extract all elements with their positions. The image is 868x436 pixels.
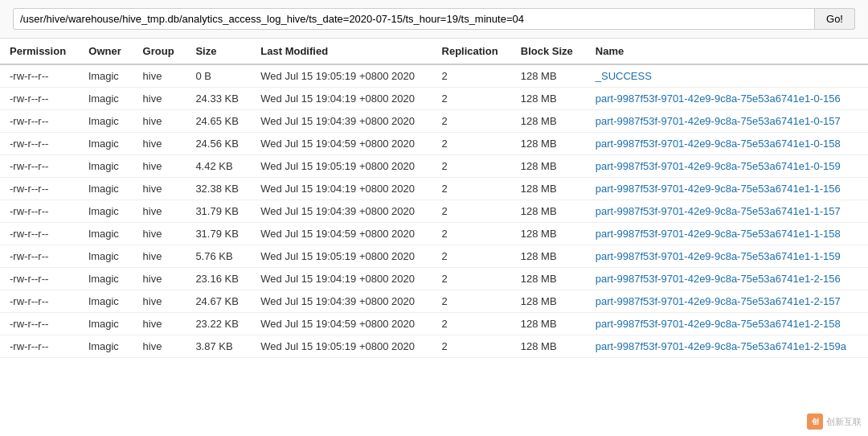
cell-last_modified: Wed Jul 15 19:04:19 +0800 2020 [251,88,432,110]
cell-name[interactable]: part-9987f53f-9701-42e9-9c8a-75e53a6741e… [586,245,868,268]
cell-permission: -rw-r--r-- [0,290,79,313]
cell-block_size: 128 MB [511,335,586,358]
table-row: -rw-r--r--lmagichive3.87 KBWed Jul 15 19… [0,335,868,358]
file-link[interactable]: part-9987f53f-9701-42e9-9c8a-75e53a6741e… [596,115,841,127]
file-link[interactable]: part-9987f53f-9701-42e9-9c8a-75e53a6741e… [596,295,841,307]
cell-replication: 2 [432,223,511,245]
cell-replication: 2 [432,268,511,290]
file-link[interactable]: _SUCCESS [596,70,652,82]
table-row: -rw-r--r--lmagichive24.56 KBWed Jul 15 1… [0,133,868,155]
table-header: Permission Owner Group Size Last Modifie… [0,39,868,64]
cell-owner: lmagic [79,290,133,313]
cell-permission: -rw-r--r-- [0,178,79,200]
cell-last_modified: Wed Jul 15 19:04:59 +0800 2020 [251,313,432,335]
cell-replication: 2 [432,110,511,133]
col-group: Group [133,39,186,64]
cell-size: 3.87 KB [186,335,251,358]
cell-name[interactable]: part-9987f53f-9701-42e9-9c8a-75e53a6741e… [586,133,868,155]
cell-owner: lmagic [79,313,133,335]
cell-last_modified: Wed Jul 15 19:05:19 +0800 2020 [251,245,432,268]
cell-last_modified: Wed Jul 15 19:05:19 +0800 2020 [251,335,432,358]
cell-last_modified: Wed Jul 15 19:04:39 +0800 2020 [251,110,432,133]
cell-block_size: 128 MB [511,64,586,88]
cell-group: hive [133,200,186,223]
cell-block_size: 128 MB [511,110,586,133]
file-link[interactable]: part-9987f53f-9701-42e9-9c8a-75e53a6741e… [596,273,841,285]
cell-name[interactable]: part-9987f53f-9701-42e9-9c8a-75e53a6741e… [586,268,868,290]
cell-name[interactable]: part-9987f53f-9701-42e9-9c8a-75e53a6741e… [586,110,868,133]
table-row: -rw-r--r--lmagichive24.67 KBWed Jul 15 1… [0,290,868,313]
cell-permission: -rw-r--r-- [0,245,79,268]
cell-last_modified: Wed Jul 15 19:04:19 +0800 2020 [251,178,432,200]
cell-permission: -rw-r--r-- [0,223,79,245]
file-link[interactable]: part-9987f53f-9701-42e9-9c8a-75e53a6741e… [596,250,841,262]
cell-name[interactable]: part-9987f53f-9701-42e9-9c8a-75e53a6741e… [586,200,868,223]
file-link[interactable]: part-9987f53f-9701-42e9-9c8a-75e53a6741e… [596,183,841,195]
cell-size: 23.16 KB [186,268,251,290]
cell-block_size: 128 MB [511,133,586,155]
cell-replication: 2 [432,313,511,335]
col-replication: Replication [432,39,511,64]
cell-size: 4.42 KB [186,155,251,178]
cell-name[interactable]: part-9987f53f-9701-42e9-9c8a-75e53a6741e… [586,223,868,245]
col-size: Size [186,39,251,64]
cell-name[interactable]: part-9987f53f-9701-42e9-9c8a-75e53a6741e… [586,335,868,358]
cell-permission: -rw-r--r-- [0,88,79,110]
cell-group: hive [133,110,186,133]
cell-last_modified: Wed Jul 15 19:05:19 +0800 2020 [251,64,432,88]
cell-name[interactable]: _SUCCESS [586,64,868,88]
cell-last_modified: Wed Jul 15 19:04:19 +0800 2020 [251,268,432,290]
cell-size: 24.67 KB [186,290,251,313]
cell-last_modified: Wed Jul 15 19:04:59 +0800 2020 [251,223,432,245]
table-row: -rw-r--r--lmagichive31.79 KBWed Jul 15 1… [0,223,868,245]
cell-size: 24.56 KB [186,133,251,155]
cell-name[interactable]: part-9987f53f-9701-42e9-9c8a-75e53a6741e… [586,290,868,313]
cell-group: hive [133,290,186,313]
table-row: -rw-r--r--lmagichive23.16 KBWed Jul 15 1… [0,268,868,290]
file-link[interactable]: part-9987f53f-9701-42e9-9c8a-75e53a6741e… [596,138,841,150]
cell-permission: -rw-r--r-- [0,110,79,133]
cell-replication: 2 [432,64,511,88]
cell-replication: 2 [432,245,511,268]
cell-group: hive [133,268,186,290]
cell-owner: lmagic [79,335,133,358]
cell-size: 31.79 KB [186,223,251,245]
cell-last_modified: Wed Jul 15 19:05:19 +0800 2020 [251,155,432,178]
cell-permission: -rw-r--r-- [0,313,79,335]
file-table: Permission Owner Group Size Last Modifie… [0,39,868,358]
cell-name[interactable]: part-9987f53f-9701-42e9-9c8a-75e53a6741e… [586,88,868,110]
file-link[interactable]: part-9987f53f-9701-42e9-9c8a-75e53a6741e… [596,160,841,172]
file-link[interactable]: part-9987f53f-9701-42e9-9c8a-75e53a6741e… [596,228,841,240]
cell-size: 5.76 KB [186,245,251,268]
file-link[interactable]: part-9987f53f-9701-42e9-9c8a-75e53a6741e… [596,340,846,352]
table-body: -rw-r--r--lmagichive0 BWed Jul 15 19:05:… [0,64,868,358]
file-link[interactable]: part-9987f53f-9701-42e9-9c8a-75e53a6741e… [596,93,841,105]
cell-permission: -rw-r--r-- [0,155,79,178]
cell-last_modified: Wed Jul 15 19:04:39 +0800 2020 [251,290,432,313]
cell-group: hive [133,178,186,200]
table-row: -rw-r--r--lmagichive4.42 KBWed Jul 15 19… [0,155,868,178]
cell-group: hive [133,155,186,178]
go-button[interactable]: Go! [815,8,855,30]
file-link[interactable]: part-9987f53f-9701-42e9-9c8a-75e53a6741e… [596,205,841,217]
cell-block_size: 128 MB [511,200,586,223]
cell-block_size: 128 MB [511,290,586,313]
cell-last_modified: Wed Jul 15 19:04:59 +0800 2020 [251,133,432,155]
table-row: -rw-r--r--lmagichive24.65 KBWed Jul 15 1… [0,110,868,133]
file-link[interactable]: part-9987f53f-9701-42e9-9c8a-75e53a6741e… [596,318,841,330]
cell-block_size: 128 MB [511,178,586,200]
cell-group: hive [133,64,186,88]
cell-group: hive [133,313,186,335]
cell-size: 31.79 KB [186,200,251,223]
table-row: -rw-r--r--lmagichive5.76 KBWed Jul 15 19… [0,245,868,268]
col-owner: Owner [79,39,133,64]
top-bar: Go! [0,0,868,39]
cell-name[interactable]: part-9987f53f-9701-42e9-9c8a-75e53a6741e… [586,155,868,178]
path-input[interactable] [13,8,815,30]
cell-owner: lmagic [79,155,133,178]
col-last-modified: Last Modified [251,39,432,64]
cell-owner: lmagic [79,133,133,155]
cell-group: hive [133,133,186,155]
cell-name[interactable]: part-9987f53f-9701-42e9-9c8a-75e53a6741e… [586,313,868,335]
cell-name[interactable]: part-9987f53f-9701-42e9-9c8a-75e53a6741e… [586,178,868,200]
